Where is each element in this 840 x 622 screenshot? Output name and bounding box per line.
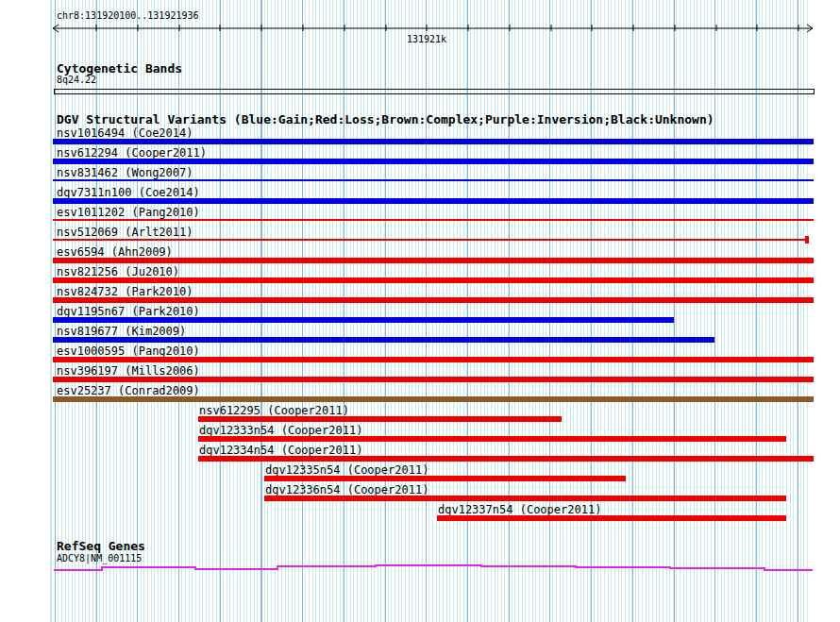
variant-label[interactable]: nsv1016494 (Coe2014) <box>57 127 193 139</box>
variant-label[interactable]: nsv612294 (Cooper2011) <box>57 147 207 159</box>
variant-bar[interactable] <box>53 337 714 343</box>
variant-bar[interactable] <box>53 198 814 204</box>
variant-label[interactable]: dgv1195n67 (Park2010) <box>57 306 200 317</box>
variant-label[interactable]: dgv12334n54 (Cooper2011) <box>199 445 362 456</box>
variant-bar[interactable] <box>53 277 814 283</box>
refseq-track-title: RefSeq Genes <box>57 540 145 552</box>
ruler-tick-label: 131921k <box>407 34 446 44</box>
ruler-line-group <box>53 25 813 32</box>
cytoband-name: 8q24.22 <box>57 75 96 85</box>
variant-label[interactable]: esv6594 (Ahn2009) <box>57 246 173 258</box>
variant-bar[interactable] <box>198 416 562 422</box>
variant-bar[interactable] <box>53 396 814 402</box>
variant-label[interactable]: dgv12337n54 (Cooper2011) <box>438 504 601 515</box>
variant-bar[interactable] <box>264 476 626 481</box>
variant-bar[interactable] <box>198 436 786 442</box>
variant-label[interactable]: esv1011202 (Pang2010) <box>57 207 200 218</box>
variant-label[interactable]: nsv612295 (Cooper2011) <box>199 405 349 416</box>
variant-label[interactable]: esv1000595 (Pang2010) <box>57 345 200 357</box>
variant-label[interactable]: nsv831462 (Wong2007) <box>57 167 193 178</box>
variant-label[interactable]: dgv12335n54 (Cooper2011) <box>265 464 428 476</box>
genome-browser-view: chr8:131920100..131921936 131921k Cytoge… <box>0 0 840 622</box>
cytogenetic-bands-title: Cytogenetic Bands <box>57 62 182 75</box>
cytoband-glyph <box>54 89 815 94</box>
variant-label[interactable]: nsv821256 (Ju2010) <box>57 266 179 277</box>
variant-label[interactable]: nsv819677 (Kim2009) <box>57 326 186 337</box>
variant-bar[interactable] <box>437 515 786 521</box>
variant-bar[interactable] <box>53 377 814 382</box>
variant-bar[interactable] <box>53 258 814 263</box>
variant-label[interactable]: nsv824732 (Park2010) <box>57 286 193 297</box>
variant-bar[interactable] <box>53 239 808 241</box>
variant-bar[interactable] <box>53 357 814 362</box>
variant-bar[interactable] <box>53 179 814 181</box>
variant-bar[interactable] <box>53 159 814 164</box>
variant-label[interactable]: nsv512069 (Arlt2011) <box>57 227 193 238</box>
variant-label[interactable]: nsv396197 (Mills2006) <box>57 365 200 377</box>
variant-label[interactable]: esv25237 (Conrad2009) <box>57 385 200 396</box>
variant-bar[interactable] <box>53 317 674 323</box>
refseq-gene-name: ADCY8|NM_001115 <box>57 553 142 563</box>
variant-bar[interactable] <box>53 219 814 221</box>
refseq-gene-line[interactable] <box>54 565 813 570</box>
dgv-track-title: DGV Structural Variants (Blue:Gain;Red:L… <box>57 113 714 126</box>
variant-label[interactable]: dgv7311n100 (Coe2014) <box>57 187 200 198</box>
variant-label[interactable]: dgv12333n54 (Cooper2011) <box>199 425 362 436</box>
variant-bar[interactable] <box>198 456 814 462</box>
variant-bar[interactable] <box>264 496 786 501</box>
variant-bar[interactable] <box>53 297 814 303</box>
variant-bar[interactable] <box>53 139 814 144</box>
variant-label[interactable]: dgv12336n54 (Cooper2011) <box>265 484 428 496</box>
